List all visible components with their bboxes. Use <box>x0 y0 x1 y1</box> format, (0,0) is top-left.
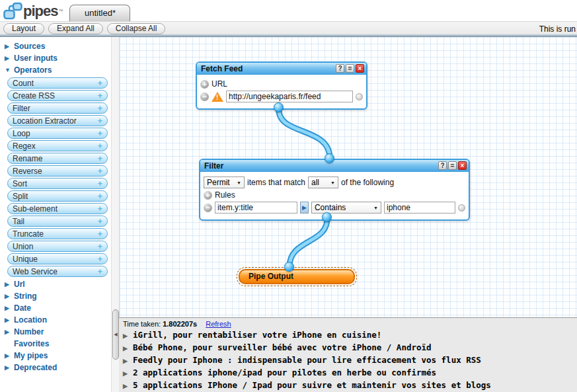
add-module-icon[interactable]: + <box>97 229 102 239</box>
module-pill-count[interactable]: Count+ <box>7 77 108 89</box>
rule-terminal[interactable] <box>458 204 465 212</box>
add-module-icon[interactable]: + <box>97 178 102 188</box>
add-module-icon[interactable]: + <box>97 204 102 214</box>
url-label: URL <box>212 79 227 89</box>
add-module-icon[interactable]: + <box>97 216 102 226</box>
sidebar-item-number[interactable]: ▶ Number <box>0 326 111 338</box>
operator-select[interactable]: Contains ▼ <box>311 202 381 214</box>
collapse-icon[interactable]: = <box>448 161 457 170</box>
pipes-logo: pipes ™ <box>0 0 67 21</box>
add-module-icon[interactable]: + <box>97 141 102 151</box>
expand-item-icon[interactable]: ▶ <box>123 381 128 392</box>
pipe-output-module[interactable]: Pipe Output <box>239 269 355 284</box>
sidebar-label: Favorites <box>14 339 49 348</box>
help-icon[interactable]: ? <box>336 64 344 73</box>
expand-item-icon[interactable]: ▶ <box>123 343 128 354</box>
add-module-icon[interactable]: + <box>97 128 102 138</box>
module-pill-loop[interactable]: Loop+ <box>7 128 108 139</box>
add-module-icon[interactable]: + <box>97 116 102 126</box>
module-pill-sort[interactable]: Sort+ <box>7 178 108 189</box>
add-rule-icon[interactable]: + <box>204 191 212 200</box>
feed-item-row[interactable]: ▶ iGrill, pour rentabiliser votre iPhone… <box>123 329 573 342</box>
add-module-icon[interactable]: + <box>97 241 102 251</box>
field-picker-icon[interactable]: ▶ <box>300 202 309 214</box>
url-terminal[interactable] <box>356 93 363 100</box>
feed-item-row[interactable]: ▶ 2 applications iphone/ipad pour pilote… <box>123 367 573 379</box>
sidebar-item-favorites[interactable]: Favorites <box>0 338 111 350</box>
sidebar-item-string[interactable]: ▶ String <box>0 290 111 302</box>
feed-item-row[interactable]: ▶ Feedly pour Iphone : indispensable pou… <box>123 354 573 367</box>
collapse-all-button[interactable]: Collapse All <box>107 23 166 34</box>
sidebar-item-location[interactable]: ▶ Location <box>0 314 111 326</box>
sidebar-item-date[interactable]: ▶ Date <box>0 302 111 314</box>
module-pill-unique[interactable]: Unique+ <box>7 253 108 264</box>
remove-url-icon[interactable]: − <box>200 93 209 101</box>
module-pill-web-service[interactable]: Web Service+ <box>7 266 108 277</box>
add-module-icon[interactable]: + <box>97 266 102 276</box>
module-pill-filter[interactable]: Filter+ <box>7 102 108 114</box>
feed-url-input[interactable] <box>226 91 353 102</box>
tab-untitled[interactable]: untitled* <box>69 5 130 21</box>
module-pill-regex[interactable]: Regex+ <box>7 140 108 151</box>
fetch-feed-module[interactable]: Fetch Feed ? = × + URL − <box>196 61 367 110</box>
chevron-right-icon: ▶ <box>5 352 11 359</box>
filter-module[interactable]: Filter ? = × Permit ▼ items that match <box>199 159 470 221</box>
module-pill-create-rss[interactable]: Create RSS+ <box>7 90 108 101</box>
filter-titlebar[interactable]: Filter ? = × <box>200 160 469 172</box>
module-pill-sub-element[interactable]: Sub-element+ <box>7 203 108 214</box>
permit-select[interactable]: Permit ▼ <box>204 176 245 188</box>
rule-field-input[interactable] <box>215 202 297 214</box>
feed-item-row[interactable]: ▶ 5 applications IPhone / Ipad pour suiv… <box>123 379 573 392</box>
module-pill-split[interactable]: Split+ <box>7 190 108 202</box>
pipe-canvas[interactable]: Fetch Feed ? = × + URL − <box>119 37 577 317</box>
filter-input-connector[interactable] <box>325 153 334 163</box>
expand-item-icon[interactable]: ▶ <box>123 331 128 342</box>
sidebar-item-url[interactable]: ▶ Url <box>0 278 111 290</box>
add-module-icon[interactable]: + <box>97 166 102 176</box>
module-title: Filter <box>204 161 223 171</box>
fetch-feed-output-connector[interactable] <box>274 102 284 112</box>
remove-rule-icon[interactable]: − <box>204 204 212 212</box>
collapse-left-icon: ◀ <box>114 332 117 337</box>
refresh-link[interactable]: Refresh <box>206 320 231 328</box>
add-module-icon[interactable]: + <box>97 91 102 100</box>
expand-item-icon[interactable]: ▶ <box>123 368 128 379</box>
module-pill-location-extractor[interactable]: Location Extractor+ <box>7 115 108 126</box>
add-module-icon[interactable]: + <box>97 78 102 88</box>
help-icon[interactable]: ? <box>438 161 447 170</box>
feed-item-title: iGrill, pour rentabiliser votre iPhone e… <box>133 329 381 340</box>
sidebar-item-my-pipes[interactable]: ▶ My pipes <box>0 350 111 362</box>
close-icon[interactable]: × <box>356 64 364 73</box>
add-module-icon[interactable]: + <box>97 103 102 113</box>
sidebar-item-sources[interactable]: ▶ Sources <box>0 40 111 52</box>
add-module-icon[interactable]: + <box>97 254 102 264</box>
module-pill-truncate[interactable]: Truncate+ <box>7 228 108 239</box>
module-pill-tail[interactable]: Tail+ <box>7 216 108 227</box>
pill-label: Loop <box>13 129 30 138</box>
add-url-icon[interactable]: + <box>200 80 209 89</box>
expand-item-icon[interactable]: ▶ <box>123 356 128 367</box>
filter-output-connector[interactable] <box>322 212 332 222</box>
module-pill-rename[interactable]: Rename+ <box>7 153 108 164</box>
add-module-icon[interactable]: + <box>97 191 102 201</box>
module-pill-reverse[interactable]: Reverse+ <box>7 165 108 176</box>
rule-value-input[interactable] <box>384 202 455 214</box>
module-pill-union[interactable]: Union+ <box>7 241 108 252</box>
splitter-handle[interactable]: ◀ <box>112 309 119 360</box>
layout-button[interactable]: Layout <box>3 23 44 34</box>
all-any-select[interactable]: all ▼ <box>308 176 338 188</box>
dropdown-arrow-icon: ▼ <box>237 180 241 185</box>
pipe-output-input-connector[interactable] <box>284 262 294 272</box>
pipes-logo-icon <box>3 2 23 20</box>
sidebar-item-user-inputs[interactable]: ▶ User inputs <box>0 52 111 64</box>
collapse-icon[interactable]: = <box>346 64 354 73</box>
sidebar-item-operators[interactable]: ▼ Operators <box>0 64 111 76</box>
sidebar-item-deprecated[interactable]: ▶ Deprecated <box>0 362 111 373</box>
fetch-feed-titlebar[interactable]: Fetch Feed ? = × <box>197 63 366 75</box>
expand-all-button[interactable]: Expand All <box>48 23 103 34</box>
add-module-icon[interactable]: + <box>97 153 102 163</box>
feed-item-row[interactable]: ▶ Bébé Phone, pour surveiller bébé avec … <box>123 342 573 354</box>
close-icon[interactable]: × <box>458 161 467 170</box>
sidebar-splitter[interactable]: ◀ <box>111 37 119 392</box>
selected-value: Contains <box>315 203 346 212</box>
